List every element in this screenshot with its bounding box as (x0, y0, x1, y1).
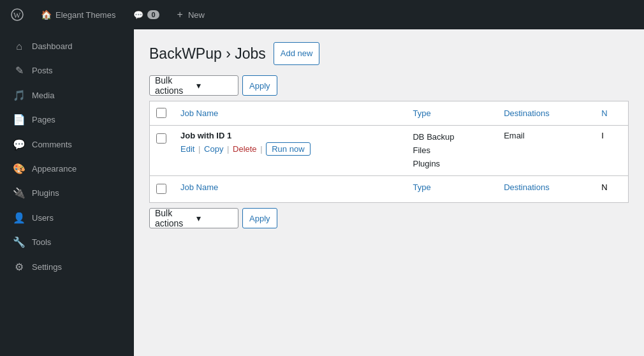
plugins-icon: 🔌 (13, 186, 26, 200)
page-title: BackWPup › Jobs (149, 45, 266, 63)
tools-icon: 🔧 (13, 235, 26, 249)
sidebar-item-label: Pages (32, 114, 55, 126)
users-icon: 👤 (13, 211, 26, 225)
sidebar: ⌂ Dashboard ✎ Posts 🎵 Media 📄 Pages 💬 Co… (0, 29, 134, 356)
sidebar-item-label: Settings (32, 262, 62, 273)
col-header-job-name[interactable]: Job Name (173, 101, 405, 126)
apply-button-bottom[interactable]: Apply (242, 208, 277, 228)
sidebar-item-comments[interactable]: 💬 Comments (0, 133, 134, 157)
select-all-checkbox[interactable] (156, 108, 166, 118)
comments-count: 0 (147, 10, 159, 19)
main-layout: ⌂ Dashboard ✎ Posts 🎵 Media 📄 Pages 💬 Co… (0, 29, 644, 356)
sidebar-item-label: Comments (32, 139, 72, 151)
appearance-icon: 🎨 (13, 162, 26, 176)
pages-icon: 📄 (13, 113, 26, 127)
sidebar-item-users[interactable]: 👤 Users (0, 206, 134, 230)
breadcrumb-separator: › (226, 45, 231, 62)
admin-bar: W 🏠 Elegant Themes 💬 0 + New (0, 0, 644, 29)
table-row: Job with ID 1 Edit | Copy | Delete | Run… (150, 126, 629, 176)
job-name-cell: Job with ID 1 Edit | Copy | Delete | Run… (173, 126, 405, 176)
type-line-3: Plugins (413, 158, 488, 171)
sidebar-item-label: Appearance (32, 163, 77, 175)
table-footer-row: Job Name Type Destinations N (150, 176, 629, 203)
type-line-2: Files (413, 144, 488, 158)
row-checkbox[interactable] (156, 133, 166, 144)
svg-text:W: W (13, 11, 21, 20)
sidebar-item-settings[interactable]: ⚙ Settings (0, 255, 134, 279)
col-header-next-run: N (594, 101, 628, 126)
job-type-cell: DB Backup Files Plugins (405, 126, 496, 176)
page-header: BackWPup › Jobs Add new (149, 42, 629, 65)
bulk-actions-dropdown[interactable]: Bulk actions ▾ (149, 75, 238, 96)
home-icon: 🏠 (41, 10, 52, 20)
wp-logo-icon[interactable]: W (8, 5, 27, 24)
sidebar-item-label: Posts (32, 65, 53, 77)
separator: | (198, 144, 203, 154)
footer-destinations-cell[interactable]: Destinations (496, 176, 594, 203)
sidebar-item-plugins[interactable]: 🔌 Plugins (0, 181, 134, 205)
footer-checkbox[interactable] (156, 184, 166, 194)
content-area: BackWPup › Jobs Add new Bulk actions ▾ A… (134, 29, 644, 356)
copy-link[interactable]: Copy (204, 144, 223, 154)
sidebar-item-label: Media (32, 90, 54, 101)
dropdown-chevron-icon: ▾ (196, 80, 233, 91)
job-name-link[interactable]: Job with ID 1 (180, 131, 397, 140)
bulk-actions-label-bottom: Bulk actions (155, 208, 191, 228)
sidebar-item-label: Plugins (32, 188, 59, 199)
footer-job-name-cell[interactable]: Job Name (173, 176, 405, 203)
add-new-button[interactable]: Add new (274, 42, 320, 65)
footer-next-run-cell: N (594, 176, 628, 203)
sidebar-item-label: Tools (32, 237, 51, 248)
edit-link[interactable]: Edit (180, 144, 194, 154)
comments-icon: 💬 (133, 10, 143, 20)
job-destination-cell: Email (496, 126, 594, 176)
dashboard-icon: ⌂ (13, 40, 26, 54)
sidebar-item-dashboard[interactable]: ⌂ Dashboard (0, 34, 134, 59)
row-checkbox-cell[interactable] (150, 126, 173, 176)
settings-icon: ⚙ (13, 260, 26, 274)
site-name-link[interactable]: 🏠 Elegant Themes (37, 7, 119, 22)
col-header-type[interactable]: Type (405, 101, 496, 126)
select-all-checkbox-header[interactable] (150, 101, 173, 126)
jobs-table: Job Name Type Destinations N (149, 101, 629, 203)
media-icon: 🎵 (13, 89, 26, 103)
posts-icon: ✎ (13, 64, 26, 78)
bottom-toolbar: Bulk actions ▾ Apply (149, 208, 629, 228)
sidebar-item-media[interactable]: 🎵 Media (0, 84, 134, 108)
new-label: New (188, 10, 205, 20)
sidebar-item-label: Users (32, 212, 54, 224)
bulk-actions-dropdown-bottom[interactable]: Bulk actions ▾ (149, 208, 238, 228)
comments-link[interactable]: 💬 0 (129, 8, 163, 22)
delete-link[interactable]: Delete (233, 144, 257, 154)
sidebar-item-appearance[interactable]: 🎨 Appearance (0, 157, 134, 181)
footer-checkbox-cell[interactable] (150, 176, 173, 203)
sidebar-item-label: Dashboard (32, 41, 73, 52)
run-now-button[interactable]: Run now (266, 142, 310, 156)
sidebar-item-tools[interactable]: 🔧 Tools (0, 230, 134, 255)
type-line-1: DB Backup (413, 131, 488, 144)
col-header-destinations[interactable]: Destinations (496, 101, 594, 126)
table-header-row: Job Name Type Destinations N (150, 101, 629, 126)
separator: | (227, 144, 231, 154)
job-next-run-cell: I (594, 126, 628, 176)
site-name-label: Elegant Themes (55, 10, 115, 20)
separator: | (260, 144, 265, 154)
bulk-actions-label: Bulk actions (155, 75, 191, 96)
top-toolbar: Bulk actions ▾ Apply (149, 75, 629, 96)
apply-button-top[interactable]: Apply (242, 75, 277, 96)
sidebar-item-pages[interactable]: 📄 Pages (0, 108, 134, 132)
footer-type-cell[interactable]: Type (405, 176, 496, 203)
dropdown-chevron-bottom-icon: ▾ (196, 213, 233, 223)
comments-sidebar-icon: 💬 (13, 138, 26, 152)
sidebar-item-posts[interactable]: ✎ Posts (0, 59, 134, 83)
row-actions: Edit | Copy | Delete | Run now (180, 142, 397, 156)
plus-icon: + (177, 9, 183, 20)
new-content-link[interactable]: + New (173, 6, 209, 23)
